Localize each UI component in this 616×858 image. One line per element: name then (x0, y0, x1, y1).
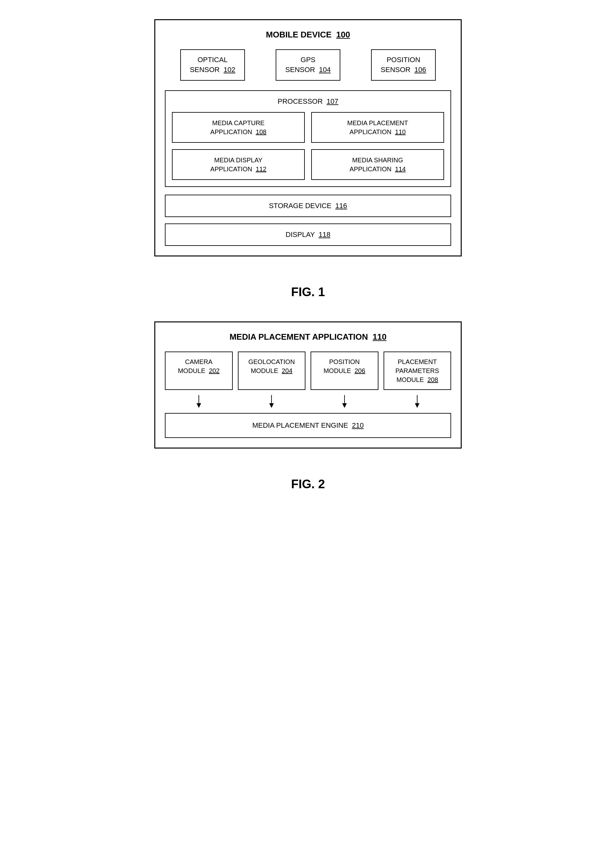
optical-sensor-line1: OPTICAL (198, 56, 228, 64)
display-label: DISPLAY (286, 230, 315, 238)
arrow-4 (384, 395, 451, 408)
storage-number: 116 (335, 202, 347, 210)
camera-module-number: 202 (209, 367, 219, 374)
media-capture-app-box: MEDIA CAPTURE APPLICATION 108 (172, 112, 305, 143)
fig2-label: FIG. 2 (291, 477, 325, 491)
fig2-title: MEDIA PLACEMENT APPLICATION 110 (165, 332, 451, 342)
arrow-3 (311, 395, 378, 408)
storage-label: STORAGE DEVICE (269, 202, 331, 210)
position-module-line1: POSITION (329, 358, 360, 365)
gps-sensor-line1: GPS (301, 56, 315, 64)
gps-sensor-line2: SENSOR (285, 65, 315, 74)
storage-device-box: STORAGE DEVICE 116 (165, 195, 451, 217)
position-sensor-box: POSITION SENSOR 106 (371, 49, 436, 81)
media-placement-engine-box: MEDIA PLACEMENT ENGINE 210 (165, 413, 451, 438)
processor-label: PROCESSOR (278, 97, 323, 105)
placement-params-line3: MODULE (397, 376, 424, 383)
geolocation-module-number: 204 (282, 367, 292, 374)
geolocation-module-line2: MODULE (251, 367, 278, 374)
placement-params-module-box: PLACEMENT PARAMETERS MODULE 208 (384, 351, 451, 390)
placement-params-number: 208 (428, 376, 438, 383)
position-module-line2: MODULE (324, 367, 351, 374)
camera-module-box: CAMERA MODULE 202 (165, 351, 233, 390)
processor-title: PROCESSOR 107 (172, 97, 444, 106)
svg-marker-5 (342, 403, 347, 407)
media-display-app-box: MEDIA DISPLAY APPLICATION 112 (172, 149, 305, 180)
fig1-title-number: 100 (336, 30, 350, 39)
arrow-2 (238, 395, 306, 408)
display-number: 118 (319, 230, 330, 238)
modules-row: CAMERA MODULE 202 GEOLOCATION MODULE 204… (165, 351, 451, 390)
processor-number: 107 (327, 97, 338, 105)
optical-sensor-box: OPTICAL SENSOR 102 (180, 49, 245, 81)
fig2-title-text: MEDIA PLACEMENT APPLICATION (230, 332, 368, 342)
position-sensor-line1: POSITION (386, 56, 420, 64)
media-placement-app-box: MEDIA PLACEMENT APPLICATION 110 (311, 112, 444, 143)
media-display-line1: MEDIA DISPLAY (214, 157, 263, 163)
geolocation-module-box: GEOLOCATION MODULE 204 (238, 351, 306, 390)
media-sharing-line1: MEDIA SHARING (352, 157, 403, 163)
fig1-diagram: MOBILE DEVICE 100 OPTICAL SENSOR 102 GPS… (154, 19, 462, 256)
media-display-number: 112 (256, 166, 266, 173)
arrow-1 (165, 395, 233, 408)
optical-sensor-line2: SENSOR (190, 65, 219, 74)
position-sensor-line2: SENSOR (381, 65, 411, 74)
camera-module-line2: MODULE (178, 367, 205, 374)
media-placement-line1: MEDIA PLACEMENT (347, 120, 408, 126)
fig1-label: FIG. 1 (291, 285, 325, 299)
position-sensor-number: 106 (414, 65, 426, 74)
apps-grid: MEDIA CAPTURE APPLICATION 108 MEDIA PLAC… (172, 112, 444, 180)
media-sharing-app-box: MEDIA SHARING APPLICATION 114 (311, 149, 444, 180)
optical-sensor-number: 102 (224, 65, 235, 74)
media-capture-number: 108 (256, 128, 266, 135)
media-sharing-number: 114 (395, 166, 406, 173)
position-module-box: POSITION MODULE 206 (311, 351, 378, 390)
engine-label: MEDIA PLACEMENT ENGINE (252, 421, 348, 429)
media-placement-line2: APPLICATION (350, 128, 392, 135)
placement-params-line2: PARAMETERS (395, 367, 439, 374)
svg-marker-3 (269, 403, 274, 407)
media-capture-line2: APPLICATION (210, 128, 252, 135)
svg-marker-7 (415, 403, 419, 407)
media-display-line2: APPLICATION (210, 166, 252, 173)
gps-sensor-number: 104 (319, 65, 331, 74)
geolocation-module-line1: GEOLOCATION (249, 358, 295, 365)
fig2-title-number: 110 (373, 332, 386, 342)
sensors-row: OPTICAL SENSOR 102 GPS SENSOR 104 POSITI… (165, 49, 451, 81)
gps-sensor-box: GPS SENSOR 104 (276, 49, 340, 81)
engine-number: 210 (352, 421, 364, 429)
arrows-row (165, 390, 451, 413)
media-sharing-line2: APPLICATION (350, 166, 392, 173)
placement-params-line1: PLACEMENT (398, 358, 437, 365)
camera-module-line1: CAMERA (185, 358, 213, 365)
fig1-title-text: MOBILE DEVICE (266, 30, 332, 39)
processor-container: PROCESSOR 107 MEDIA CAPTURE APPLICATION … (165, 90, 451, 187)
media-capture-line1: MEDIA CAPTURE (212, 120, 264, 126)
fig1-title: MOBILE DEVICE 100 (165, 30, 451, 40)
display-box: DISPLAY 118 (165, 224, 451, 246)
position-module-number: 206 (355, 367, 365, 374)
fig2-diagram: MEDIA PLACEMENT APPLICATION 110 CAMERA M… (154, 322, 462, 449)
svg-marker-1 (197, 403, 201, 407)
media-placement-number: 110 (395, 128, 406, 135)
